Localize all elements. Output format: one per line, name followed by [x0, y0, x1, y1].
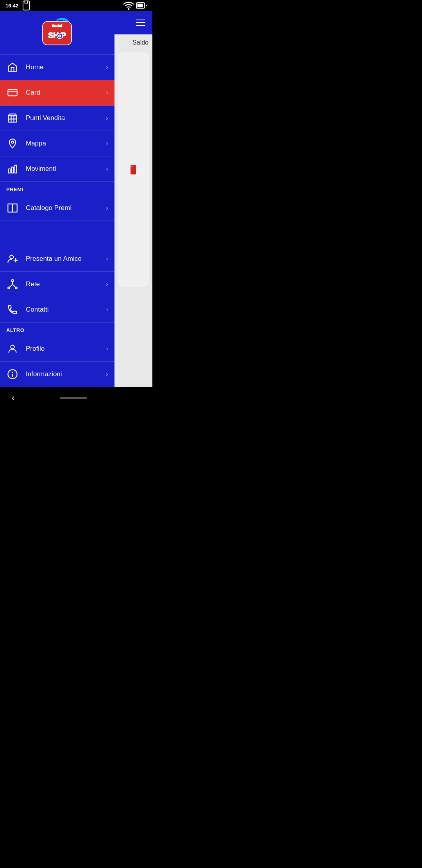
time-display: 16:42 — [5, 3, 18, 9]
right-panel-header — [114, 11, 153, 34]
svg-point-19 — [10, 255, 13, 259]
svg-text:O: O — [59, 34, 62, 38]
chevron-movimenti: › — [106, 165, 108, 172]
home-icon — [6, 61, 19, 74]
section-label-premi: PREMI — [0, 182, 114, 195]
add-person-icon — [6, 253, 19, 265]
status-bar-right — [123, 0, 147, 11]
sidebar-item-profilo-label: Profilo — [26, 345, 106, 353]
sidebar-item-home[interactable]: Home › — [0, 55, 114, 80]
app-logo: SH P O Social — [39, 18, 75, 47]
hamburger-menu-button[interactable] — [136, 20, 145, 26]
svg-point-15 — [11, 141, 14, 143]
chevron-presenta-amico: › — [106, 255, 108, 262]
phone-icon — [6, 303, 19, 316]
status-bar-left: 16:42 — [5, 0, 32, 11]
svg-rect-17 — [12, 167, 14, 173]
sidebar-item-contatti-label: Contatti — [26, 306, 106, 314]
chevron-catalogo-premi: › — [106, 204, 108, 212]
main-layout: SH P O Social Home › — [0, 11, 152, 387]
chevron-mappa: › — [106, 140, 108, 147]
network-icon — [6, 278, 19, 291]
svg-rect-0 — [23, 1, 29, 10]
svg-rect-3 — [138, 4, 143, 7]
svg-point-29 — [11, 345, 14, 349]
chevron-contatti: › — [106, 306, 108, 313]
saldo-label: Saldo — [114, 34, 153, 49]
card-preview: Social SHOP — [118, 52, 150, 287]
info-icon — [6, 368, 19, 380]
sidebar-item-contatti[interactable]: Contatti › — [0, 297, 114, 323]
home-indicator[interactable] — [60, 397, 87, 399]
sidebar-item-presenta-amico-label: Presenta un Amico — [26, 255, 106, 263]
chevron-home: › — [106, 64, 108, 71]
sidebar-item-card-label: Card — [26, 89, 106, 97]
store-icon — [6, 112, 19, 124]
sidebar-item-home-label: Home — [26, 63, 106, 71]
sidebar-item-movimenti-label: Movimenti — [26, 165, 106, 173]
sim-icon — [21, 0, 32, 11]
bottom-navigation-bar: ‹ — [0, 387, 152, 409]
sidebar-item-movimenti[interactable]: Movimenti › — [0, 156, 114, 182]
logo-container: SH P O Social — [0, 11, 114, 55]
sidebar-item-informazioni-label: Informazioni — [26, 370, 106, 378]
svg-rect-18 — [15, 165, 17, 173]
chevron-punti-vendita: › — [106, 115, 108, 122]
status-bar: 16:42 — [0, 0, 152, 11]
sidebar-item-rete[interactable]: Rete › — [0, 272, 114, 297]
sidebar-item-rete-label: Rete — [26, 280, 106, 288]
chevron-informazioni: › — [106, 371, 108, 378]
battery-icon — [136, 0, 147, 11]
sidebar-item-catalogo-premi-label: Catalogo Premi — [26, 204, 106, 212]
svg-line-27 — [9, 284, 13, 288]
nav-menu: Home › Card › Punti Vendita › — [0, 55, 114, 387]
sidebar-item-mappa[interactable]: Mappa › — [0, 131, 114, 156]
svg-line-28 — [13, 284, 16, 288]
chevron-rete: › — [106, 281, 108, 288]
sidebar-item-card[interactable]: Card › — [0, 80, 114, 106]
svg-point-1 — [128, 9, 129, 9]
chevron-card: › — [106, 89, 108, 96]
sidebar-item-profilo[interactable]: Profilo › — [0, 336, 114, 362]
sidebar-item-punti-vendita-label: Punti Vendita — [26, 114, 106, 122]
sidebar-item-informazioni[interactable]: Informazioni › — [0, 362, 114, 387]
sidebar-item-punti-vendita[interactable]: Punti Vendita › — [0, 106, 114, 131]
wifi-icon — [123, 0, 134, 11]
section-label-altro: ALTRO — [0, 323, 114, 336]
sidebar: SH P O Social Home › — [0, 11, 114, 387]
back-button[interactable]: ‹ — [12, 393, 14, 403]
chevron-profilo: › — [106, 345, 108, 352]
chart-icon — [6, 163, 19, 175]
map-icon — [6, 137, 19, 150]
spacer-row — [0, 221, 114, 246]
person-icon — [6, 343, 19, 355]
card-graphic: Social SHOP — [128, 164, 139, 175]
svg-rect-9 — [8, 90, 17, 96]
svg-rect-16 — [9, 169, 11, 173]
svg-text:Social: Social — [52, 23, 62, 28]
right-panel: Saldo Social SHOP — [114, 11, 153, 387]
sidebar-item-mappa-label: Mappa — [26, 140, 106, 147]
sidebar-item-catalogo-premi[interactable]: Catalogo Premi › — [0, 195, 114, 221]
card-icon — [6, 86, 19, 99]
sidebar-item-presenta-amico[interactable]: Presenta un Amico › — [0, 246, 114, 272]
book-icon — [6, 202, 19, 214]
